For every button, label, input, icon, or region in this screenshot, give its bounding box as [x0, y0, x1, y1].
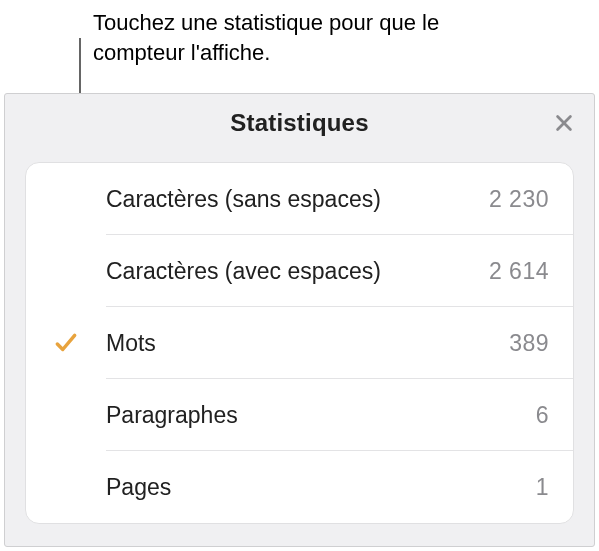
checkmark-icon [53, 330, 79, 356]
stat-label: Pages [106, 474, 536, 501]
stat-row-words[interactable]: Mots 389 [26, 307, 573, 379]
stat-label: Caractères (sans espaces) [106, 186, 489, 213]
stat-value: 389 [509, 330, 573, 357]
panel-title: Statistiques [230, 109, 368, 137]
stat-value: 1 [536, 474, 573, 501]
close-icon [553, 112, 575, 134]
close-button[interactable] [548, 107, 580, 139]
stat-label: Mots [106, 330, 509, 357]
stat-row-characters-with-spaces[interactable]: Caractères (avec espaces) 2 614 [26, 235, 573, 307]
stat-row-paragraphs[interactable]: Paragraphes 6 [26, 379, 573, 451]
stat-value: 2 614 [489, 258, 573, 285]
stat-label: Paragraphes [106, 402, 536, 429]
stat-value: 2 230 [489, 186, 573, 213]
statistics-panel: Statistiques Caractères (sans espaces) 2… [4, 93, 595, 547]
check-column [26, 330, 106, 356]
stat-value: 6 [536, 402, 573, 429]
stat-row-characters-no-spaces[interactable]: Caractères (sans espaces) 2 230 [26, 163, 573, 235]
statistics-list: Caractères (sans espaces) 2 230 Caractèr… [25, 162, 574, 524]
stat-label: Caractères (avec espaces) [106, 258, 489, 285]
panel-header: Statistiques [5, 94, 594, 152]
stat-row-pages[interactable]: Pages 1 [26, 451, 573, 523]
callout-text: Touchez une statistique pour que le comp… [93, 8, 493, 67]
